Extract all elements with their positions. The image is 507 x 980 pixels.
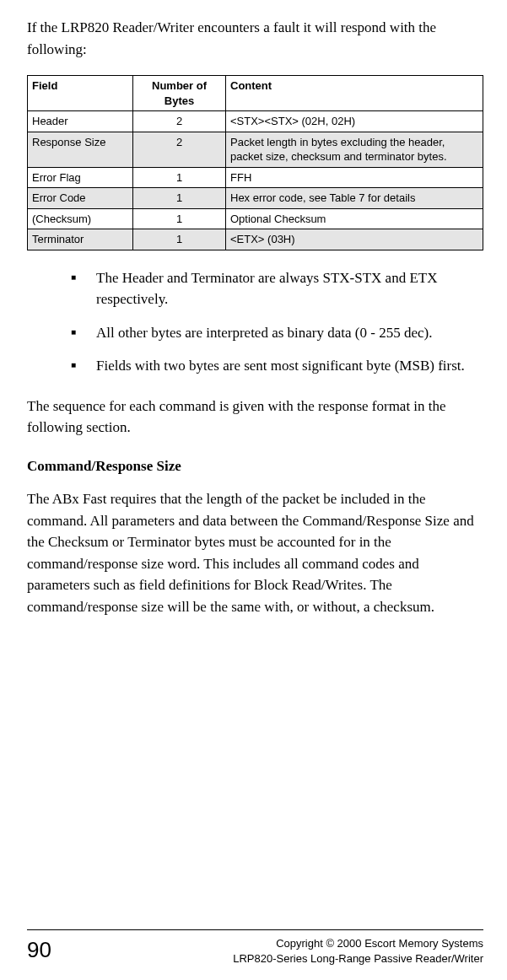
cell-field: Header [28,111,133,132]
list-item: All other bytes are interpreted as binar… [71,322,483,344]
table-header-bytes: Number of Bytes [133,76,226,111]
table-header-content: Content [226,76,483,111]
table-row: Error Flag 1 FFH [28,167,483,188]
section-heading: Command/Response Size [27,455,483,477]
cell-content: <ETX> (03H) [226,229,483,250]
cell-content: Hex error code, see Table 7 for details [226,188,483,209]
fault-response-table: Field Number of Bytes Content Header 2 <… [27,75,483,250]
table-row: Error Code 1 Hex error code, see Table 7… [28,188,483,209]
notes-list: The Header and Terminator are always STX… [71,267,483,377]
cell-field: Error Code [28,188,133,209]
footer-text: Copyright © 2000 Escort Memory Systems L… [233,936,483,966]
page-number: 90 [27,934,51,967]
cell-bytes: 1 [133,208,226,229]
list-item: Fields with two bytes are sent most sign… [71,355,483,377]
table-row: Terminator 1 <ETX> (03H) [28,229,483,250]
cell-content: Packet length in bytes excluding the hea… [226,132,483,167]
cell-content: FFH [226,167,483,188]
cell-field: Error Flag [28,167,133,188]
product-line: LRP820-Series Long-Range Passive Reader/… [233,952,483,965]
cell-content: Optional Checksum [226,208,483,229]
body-paragraph: The ABx Fast requires that the length of… [27,488,483,617]
copyright-line: Copyright © 2000 Escort Memory Systems [276,937,483,950]
page-footer: 90 Copyright © 2000 Escort Memory System… [27,929,483,967]
sequence-paragraph: The sequence for each command is given w… [27,396,483,439]
cell-bytes: 1 [133,188,226,209]
cell-content: <STX><STX> (02H, 02H) [226,111,483,132]
table-header-field: Field [28,76,133,111]
cell-field: Response Size [28,132,133,167]
list-item: The Header and Terminator are always STX… [71,267,483,310]
cell-bytes: 2 [133,132,226,167]
intro-paragraph: If the LRP820 Reader/Writer encounters a… [27,17,483,60]
table-row: Header 2 <STX><STX> (02H, 02H) [28,111,483,132]
cell-field: Terminator [28,229,133,250]
table-row: (Checksum) 1 Optional Checksum [28,208,483,229]
cell-bytes: 1 [133,167,226,188]
cell-bytes: 1 [133,229,226,250]
cell-bytes: 2 [133,111,226,132]
table-row: Response Size 2 Packet length in bytes e… [28,132,483,167]
cell-field: (Checksum) [28,208,133,229]
